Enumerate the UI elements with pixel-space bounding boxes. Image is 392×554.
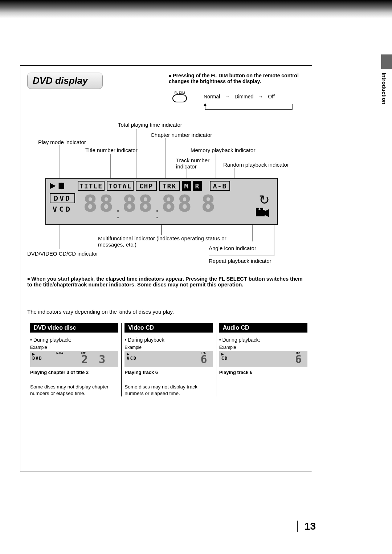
callout-random: Random playback indicator <box>223 162 289 168</box>
callout-total-time: Total playing time indicator <box>118 122 182 128</box>
callout-title-num: Title number indicator <box>85 147 138 153</box>
label-chp: CHP <box>136 181 157 191</box>
label-title: TITLE <box>78 181 105 191</box>
play-icon: ▶ <box>50 181 56 191</box>
col-cd-example-label: Example <box>219 345 307 350</box>
disc-types-columns: DVD video disc • During playback: Exampl… <box>27 323 310 396</box>
top-gradient <box>0 0 392 18</box>
section-tab: Introduction <box>381 54 392 127</box>
fl-select-note: ■ When you start playback, the elapsed t… <box>27 276 307 288</box>
fldim-state-dimmed: Dimmed <box>234 94 253 99</box>
col-vcd-header: Video CD <box>124 323 213 333</box>
col-dvd-during: During playback: <box>33 337 71 343</box>
col-vcd-caption: Playing track 6 <box>124 370 213 375</box>
fldim-state-normal: Normal <box>204 94 220 99</box>
callout-angle: Angle icon indicator <box>209 245 256 251</box>
page-title: DVD display <box>27 73 103 89</box>
label-ab: A-B <box>210 181 230 191</box>
label-m: M <box>182 181 191 191</box>
col-cd-caption: Playing track 6 <box>219 370 307 375</box>
label-r: R <box>193 181 202 191</box>
col-vcd: Video CD • During playback: Example ▶ VC… <box>121 323 216 396</box>
page-number-divider <box>297 521 298 532</box>
callout-play-mode: Play mode indicator <box>38 139 86 145</box>
col-dvd-header: DVD video disc <box>30 323 118 333</box>
camera-angle-icon <box>255 208 270 221</box>
svg-rect-11 <box>256 210 265 216</box>
repeat-icon: ↻ <box>259 192 270 208</box>
col-cd-during: During playback: <box>222 337 260 343</box>
fldim-state-off: Off <box>268 94 274 99</box>
callout-track: Track number indicator <box>176 157 212 170</box>
svg-marker-3 <box>204 103 207 106</box>
col-dvd-note: Some discs may not display chapter numbe… <box>30 384 118 396</box>
label-trk: TRK <box>159 181 180 191</box>
label-total: TOTAL <box>107 181 134 191</box>
seven-segment-digits: : : <box>82 192 238 218</box>
fldim-diagram: FL DIM Normal → Dimmed → Off <box>172 91 314 114</box>
label-dvd: DVD <box>50 193 75 203</box>
callout-repeat: Repeat playback indicator <box>209 258 271 264</box>
col-vcd-during: During playback: <box>128 337 166 343</box>
col-dvd: DVD video disc • During playback: Exampl… <box>27 323 121 396</box>
fldim-button-icon <box>172 94 187 102</box>
col-dvd-display: ▶ DVD TITLE CHP 2 3 <box>30 351 118 367</box>
page-number: 13 <box>305 521 316 532</box>
svg-marker-12 <box>265 209 269 217</box>
label-vcd: VCD <box>50 205 75 213</box>
col-cd: Audio CD • During playback: Example ▶ CD… <box>216 323 310 396</box>
vary-note: The indicators vary depending on the kin… <box>27 309 174 315</box>
callout-dvdcd: DVD/VIDEO CD/CD indicator <box>27 250 98 257</box>
col-cd-header: Audio CD <box>219 323 307 333</box>
svg-point-13 <box>256 208 259 210</box>
col-dvd-caption: Playing chapter 3 of title 2 <box>30 370 118 375</box>
col-dvd-example-label: Example <box>30 345 118 350</box>
col-vcd-example-label: Example <box>124 345 213 350</box>
section-tab-label: Introduction <box>381 69 389 104</box>
svg-point-14 <box>260 208 263 210</box>
fldim-note: ■ Pressing of the FL DIM button on the r… <box>169 73 307 84</box>
pause-icon: ▮▮ <box>58 181 62 191</box>
col-vcd-display: ▶ VCD TRK 6 <box>124 351 213 367</box>
col-cd-display: ▶ CD TRK 6 <box>219 351 307 367</box>
callout-memory: Memory playback indicator <box>191 147 255 153</box>
callout-chapter: Chapter number indicator <box>151 132 212 138</box>
col-vcd-note: Some discs may not display track numbers… <box>124 384 213 396</box>
main-display-panel: ▶ ▮▮ TITLE TOTAL CHP TRK M R A-B DVD VCD… <box>45 178 278 225</box>
